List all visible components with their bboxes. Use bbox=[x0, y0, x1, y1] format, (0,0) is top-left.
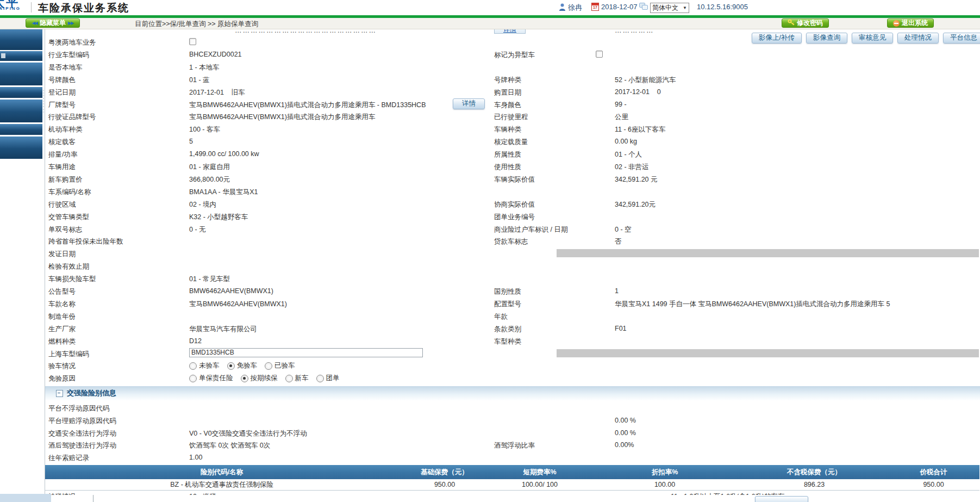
form-row: 平台不浮动原因代码 bbox=[45, 402, 979, 414]
form-row: 制造年份年款 bbox=[45, 310, 979, 322]
table-header-cell: 险别代码/名称 bbox=[45, 465, 398, 479]
form-row: 新车购置价366,800.00元车辆实际价值342,591.20 元 bbox=[45, 173, 979, 185]
field-label: 车辆种类 bbox=[494, 125, 521, 134]
field-label: 行驶证品牌型号 bbox=[48, 113, 96, 122]
image-toolbar: 影像上/补传影像查询审核意见处理情况平台信息 bbox=[752, 33, 980, 44]
radio-option[interactable] bbox=[189, 362, 197, 370]
collapse-icon[interactable] bbox=[56, 390, 63, 397]
handle-status-button[interactable]: 处理情况 bbox=[897, 33, 939, 44]
field-value: 11 - 6座以下客车 bbox=[615, 125, 666, 134]
field-value: 01 - 常见车型 bbox=[189, 275, 230, 284]
form-row: 检验有效止期 bbox=[45, 260, 979, 272]
checkbox[interactable] bbox=[596, 51, 603, 58]
field-label: 购置日期 bbox=[494, 88, 521, 97]
form-row: 是否本地车1 - 本地车 bbox=[45, 61, 979, 73]
taiping-logo-text: TAIPING bbox=[0, 6, 21, 11]
audit-opinion-button[interactable]: 审核意见 bbox=[852, 33, 893, 44]
field-label: 制造年份 bbox=[48, 312, 76, 321]
text-input[interactable] bbox=[189, 348, 423, 357]
bottom-strip bbox=[45, 495, 980, 502]
hide-menu-button[interactable]: ◀◀ 隐藏菜单 ▶▶ bbox=[26, 18, 80, 28]
radio-label: 未验车 bbox=[199, 361, 220, 370]
table-row: BZ - 机动车交通事故责任强制保险950.00100.00/ 100100.0… bbox=[45, 479, 979, 491]
sidebar-menu-item[interactable] bbox=[0, 29, 42, 50]
field-value: BHCEXZUD0021 bbox=[189, 51, 242, 58]
app-header: 太平 TAIPING 车险承保业务系统 徐冉 17 2018-12-07 简体中… bbox=[0, 0, 980, 15]
field-label: 单双号标志 bbox=[48, 225, 83, 234]
change-password-button[interactable]: 修改密码 bbox=[782, 18, 829, 28]
clipped-button[interactable] bbox=[755, 496, 808, 502]
field-value: F01 bbox=[615, 325, 627, 332]
server-address: 10.12.5.16:9005 bbox=[697, 3, 748, 11]
sidebar-menu-item[interactable] bbox=[0, 63, 42, 85]
radio-label: 免验车 bbox=[237, 361, 258, 370]
field-value: 1 bbox=[615, 287, 619, 295]
detail-button[interactable]: 详情 bbox=[453, 98, 485, 109]
radio-selected[interactable] bbox=[241, 375, 248, 382]
sidebar-menu-item[interactable] bbox=[0, 87, 42, 98]
logout-button[interactable]: 退出系统 bbox=[887, 18, 934, 28]
field-value: 52 - 小型新能源汽车 bbox=[615, 76, 676, 85]
form-row: 车辆用途01 - 家庭自用使用性质02 - 非营运 bbox=[45, 160, 979, 172]
field-value: 0 - 空 bbox=[615, 225, 632, 234]
page-title: 车险承保业务系统 bbox=[38, 1, 129, 15]
form-row: 公告型号BMW6462AAHEV(BMWX1)国别性质1 bbox=[45, 285, 979, 297]
change-password-label: 修改密码 bbox=[797, 18, 823, 28]
radio-selected[interactable] bbox=[227, 362, 235, 370]
field-label: 机动车种类 bbox=[48, 125, 83, 134]
field-label: 平台理赔浮动原因代码 bbox=[48, 417, 116, 426]
radio-group: 未验车免验车已验车 bbox=[189, 361, 303, 370]
field-label: 发证日期 bbox=[48, 250, 76, 259]
field-label: 协商实际价值 bbox=[494, 200, 535, 209]
table-header-cell: 基础保费（元） bbox=[398, 465, 491, 479]
radio-option[interactable] bbox=[265, 362, 272, 370]
field-label: 跨省首年投保未出险年数 bbox=[48, 237, 123, 246]
radio-label: 已验车 bbox=[274, 361, 295, 370]
field-label: 行驶区域 bbox=[48, 200, 76, 209]
field-label: 标记为异型车 bbox=[494, 51, 535, 60]
field-label: 车身颜色 bbox=[494, 101, 521, 110]
radio-option[interactable] bbox=[316, 375, 324, 382]
user-icon bbox=[559, 3, 566, 13]
form-row: 上海车型编码 bbox=[45, 348, 979, 360]
sidebar-menu-item[interactable] bbox=[0, 137, 42, 159]
image-upload-button[interactable]: 影像上/补传 bbox=[752, 33, 802, 44]
form-row: 单双号标志0 - 无商业险过户车标识 / 日期0 - 空 bbox=[45, 223, 979, 235]
field-value: 01 - 家庭自用 bbox=[189, 163, 230, 172]
sidebar-menu-item[interactable] bbox=[0, 51, 42, 61]
image-query-button[interactable]: 影像查询 bbox=[806, 33, 847, 44]
radio-label: 团单 bbox=[326, 374, 340, 383]
field-value: BMA1AA - 华晨宝马X1 bbox=[189, 188, 258, 197]
radio-option[interactable] bbox=[189, 375, 197, 382]
radio-label: 单保责任险 bbox=[199, 374, 233, 383]
checkbox[interactable] bbox=[189, 38, 196, 45]
form-row: 往年索赔记录1.00 bbox=[45, 451, 979, 463]
sidebar-menu-item[interactable] bbox=[0, 100, 42, 122]
form-row: 酒后驾驶违法行为浮动饮酒驾车 0次 饮酒驾车 0次酒驾浮动比率0.00% bbox=[45, 439, 979, 451]
field-label: 粤澳两地车业务 bbox=[48, 38, 96, 47]
language-icon bbox=[639, 3, 648, 10]
platform-info-button[interactable]: 平台信息 bbox=[943, 33, 980, 44]
language-select[interactable]: 简体中文▼ bbox=[650, 3, 689, 13]
field-value: 02 - 非营运 bbox=[615, 163, 649, 172]
premium-table-header: 险别代码/名称基础保费（元）短期费率%折扣率%不含税保费（元）价税合计 bbox=[45, 465, 979, 480]
field-label: 使用性质 bbox=[494, 163, 521, 172]
sidebar-menu-item[interactable] bbox=[0, 124, 42, 135]
field-label: 车款名称 bbox=[48, 300, 76, 309]
radio-label: 按期续保 bbox=[251, 374, 278, 383]
user-name: 徐冉 bbox=[568, 3, 582, 13]
radio-option[interactable] bbox=[285, 375, 293, 382]
field-value: 2017-12-01 旧车 bbox=[189, 88, 245, 97]
form-row: 厂牌型号宝马BMW6462AAHEV(BMWX1)插电式混合动力多用途乘用车 -… bbox=[45, 98, 979, 110]
field-value: 1 - 本地车 bbox=[189, 63, 220, 72]
sidebar-menu bbox=[0, 29, 43, 502]
form-row: 车系编码/名称BMA1AA - 华晨宝马X1 bbox=[45, 185, 979, 197]
field-label: 年款 bbox=[494, 312, 508, 321]
masked-value: …………… bbox=[615, 29, 654, 34]
field-label: 酒驾浮动比率 bbox=[494, 441, 535, 450]
detail-link-button[interactable]: 详情 bbox=[494, 29, 526, 34]
field-value: 342,591.20元 bbox=[615, 200, 656, 209]
field-label: 公告型号 bbox=[48, 287, 76, 296]
main-panel: ……………………………………………… 详情 …………… 影像上/补传影像查询审核… bbox=[45, 29, 980, 502]
field-value: 0.00 % bbox=[615, 429, 636, 437]
